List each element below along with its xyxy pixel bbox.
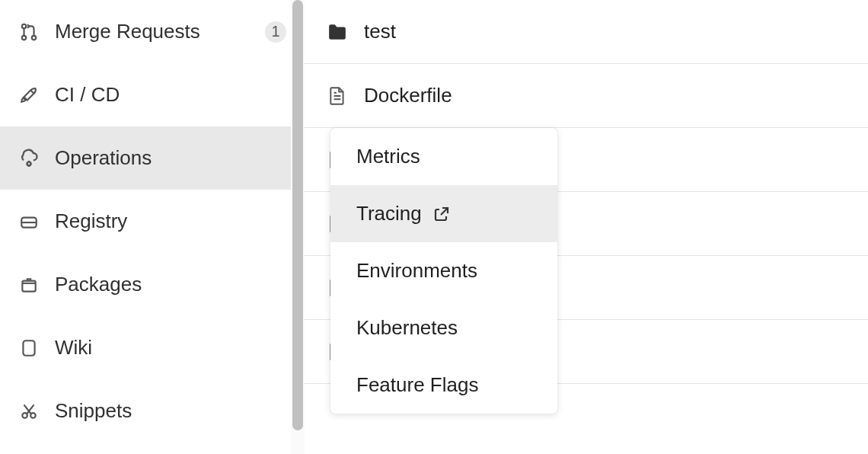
flyout-item-label: Tracing <box>356 202 422 225</box>
svg-point-8 <box>30 413 35 418</box>
flyout-item-label: Kubernetes <box>356 316 458 340</box>
merge-request-icon <box>18 21 40 43</box>
svg-point-1 <box>22 35 26 39</box>
flyout-item-label: Feature Flags <box>356 373 478 397</box>
sidebar-item-label: Wiki <box>55 336 92 360</box>
sidebar-item-label: Snippets <box>55 399 132 423</box>
file-icon <box>18 337 40 359</box>
svg-point-2 <box>32 35 36 39</box>
file-row-folder[interactable]: test <box>305 0 868 64</box>
svg-rect-5 <box>22 280 35 291</box>
svg-rect-6 <box>23 340 34 356</box>
svg-point-7 <box>22 413 27 418</box>
flyout-item-feature-flags[interactable]: Feature Flags <box>330 356 557 414</box>
package-icon <box>18 274 40 296</box>
operations-flyout-menu: Metrics Tracing Environments Kubernetes … <box>330 128 557 414</box>
rocket-icon <box>18 85 40 106</box>
flyout-item-tracing[interactable]: Tracing <box>330 185 557 242</box>
file-row[interactable]: Dockerfile <box>305 64 868 128</box>
flyout-item-label: Metrics <box>356 145 420 168</box>
flyout-item-label: Environments <box>356 259 477 283</box>
flyout-item-environments[interactable]: Environments <box>330 242 557 299</box>
scissors-icon <box>18 401 40 422</box>
flyout-item-metrics[interactable]: Metrics <box>330 128 557 185</box>
file-name: test <box>364 20 396 43</box>
cloud-gear-icon <box>18 148 40 169</box>
sidebar-item-snippets[interactable]: Snippets <box>0 379 305 443</box>
sidebar-item-label: Packages <box>55 273 142 296</box>
sidebar-item-label: CI / CD <box>55 83 120 107</box>
flyout-item-kubernetes[interactable]: Kubernetes <box>330 299 557 356</box>
svg-point-0 <box>22 24 26 27</box>
file-name: Dockerfile <box>364 84 452 107</box>
folder-icon <box>327 22 347 42</box>
sidebar-item-label: Operations <box>55 146 152 170</box>
external-link-icon <box>432 205 451 223</box>
sidebar-item-label: Registry <box>55 209 127 233</box>
drive-icon <box>18 211 40 232</box>
sidebar-item-label: Merge Requests <box>55 20 200 43</box>
document-icon <box>327 86 347 106</box>
